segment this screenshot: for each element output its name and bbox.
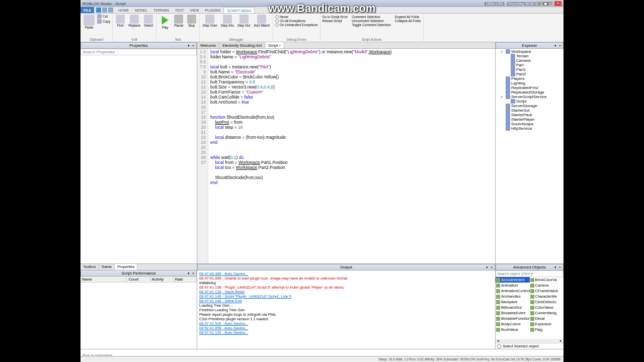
expand-folds-button[interactable]: Expand All Folds [395,15,421,19]
doc-tab[interactable]: Welcome [197,42,219,48]
step-out-button[interactable]: Step Out [236,14,252,28]
scroll-left[interactable]: ◂ [496,339,501,343]
stop-button[interactable]: Stop [186,14,197,28]
adv-footer[interactable]: Select inserted object [496,343,564,349]
tree-node[interactable]: Terrain [496,54,563,58]
adv-item[interactable]: BindableEvent [496,310,530,316]
close-icon[interactable]: × [279,42,281,49]
pin-icon[interactable]: ▾ [187,44,191,48]
play-button[interactable]: Play [158,14,172,30]
copy-button[interactable]: Copy [97,19,110,24]
paste-button[interactable]: Paste [83,14,96,30]
tab-home[interactable]: HOME [115,7,132,13]
adv-item[interactable]: BillboardGui [496,305,530,310]
output-body[interactable]: 06:47:40.388 - Auto-Saving...06:47:41.00… [197,270,495,349]
step-into-button[interactable]: Step Into [220,14,235,28]
code-body[interactable]: local folder = Workspace:FindFirstChild(… [208,49,495,263]
all-exceptions-radio[interactable]: On All Exceptions [275,19,318,23]
cut-button[interactable]: Cut [97,14,110,19]
tab-script-menu[interactable]: SCRIPT MENU [223,7,255,13]
reload-script-button[interactable]: Reload Script [323,19,348,23]
pause-button[interactable]: Pause [173,14,184,28]
adv-item[interactable]: Camera [530,283,564,288]
pin-icon[interactable]: ▾ [553,44,557,48]
adv-search[interactable] [496,270,564,277]
adv-item[interactable]: AnimationController [496,288,530,294]
tree-node[interactable]: StarterPack [496,113,563,117]
adv-item[interactable]: BindableFunction [496,316,530,321]
redo-icon[interactable] [108,8,113,13]
bottom-tab[interactable]: Game [99,264,115,270]
adv-item[interactable]: ColorValue [530,305,564,310]
tab-view[interactable]: VIEW [187,7,202,13]
adv-item[interactable]: ArcHandles [496,294,530,299]
adv-item[interactable]: CFrameValue [530,288,564,294]
doc-tab[interactable]: Script× [265,42,284,48]
tab-test[interactable]: TEST [172,7,187,13]
collapse-folds-button[interactable]: Collapse All Folds [395,19,421,23]
explorer-tree[interactable]: ▾WorkspaceTerrainCameraPartPart1Part2Pla… [496,49,564,263]
tree-node[interactable]: Players [496,76,563,81]
find-button[interactable]: Find [115,14,126,28]
close-button[interactable]: × [554,1,561,6]
adv-item[interactable]: ClickDetecto [530,299,564,305]
perf-col[interactable]: Name [80,277,127,282]
tree-node[interactable]: Script [496,99,563,104]
perf-col[interactable]: Rate [174,277,197,282]
perf-col[interactable]: Count [127,277,150,282]
never-radio[interactable]: Never [275,15,318,19]
tree-node[interactable]: ▾ServerScriptService [496,95,563,99]
select-inserted-check[interactable] [497,344,501,348]
tree-node[interactable]: StarterGui [496,108,563,113]
tree-node[interactable]: StarterPlayer [496,117,563,122]
comment-button[interactable]: Comment Selection [352,15,391,19]
adv-item[interactable]: BrickColorVa [530,277,564,283]
step-over-button[interactable]: Step Over [202,14,218,28]
add-watch-button[interactable]: Add Watch [253,14,271,28]
tree-node[interactable]: Lighting [496,81,563,85]
tree-node[interactable]: Camera [496,58,563,63]
perf-col[interactable]: Activity [150,277,174,282]
adv-item[interactable]: Explosion [530,321,564,327]
tab-terrain[interactable]: TERRAIN [150,7,172,13]
adv-item[interactable]: Decal [530,316,564,321]
command-bar[interactable] [80,349,564,356]
bottom-tab[interactable]: Properties [115,264,137,270]
maximize-button[interactable]: ▢ [546,1,553,6]
adv-item[interactable]: Flag [530,327,564,332]
close-icon[interactable]: × [558,44,562,48]
adv-item[interactable]: BodyColors [496,321,530,327]
tree-node[interactable]: ReplicatedFirst [496,85,563,90]
tree-node[interactable]: Part1 [496,67,563,72]
doc-tab[interactable]: Electricity Shooting.rbxl [219,42,265,48]
tab-model[interactable]: MODEL [132,7,150,13]
undo-icon[interactable] [102,8,107,13]
code-editor[interactable]: 1 2 3 4 5 6 7 8 9 10 11 12 13 14 15 16 1… [197,49,495,263]
adv-item[interactable]: CharacterMe [530,294,564,299]
save-icon[interactable] [96,8,101,13]
bottom-tab[interactable]: Toolbox [80,264,99,270]
select-button[interactable]: Select [143,14,154,28]
tree-node[interactable]: HttpService [496,126,563,131]
scroll-right[interactable]: ▸ [558,339,564,343]
tree-node[interactable]: Soundscape [496,122,563,126]
tree-node[interactable]: Part [496,63,563,67]
tab-plugins[interactable]: PLUGINS [202,7,224,13]
tree-node[interactable]: Part2 [496,72,563,76]
tab-file[interactable]: FILE [80,7,94,13]
unhandled-radio[interactable]: On Unhandled Exceptions [275,23,318,27]
close-icon[interactable]: × [191,44,195,48]
adv-item[interactable]: Backpack [496,299,530,305]
uncomment-button[interactable]: Uncomment Selection [352,19,391,23]
adv-item[interactable]: Animation [496,283,530,288]
goto-error-button[interactable]: Go to Script Error [323,15,348,19]
tree-node[interactable]: ServerStorage [496,104,563,108]
tree-node[interactable]: ▾Workspace [496,49,563,54]
tree-node[interactable]: ReplicatedStorage [496,90,563,95]
adv-item[interactable]: Accoutrement [496,277,530,283]
adv-item[interactable]: BoolValue [496,327,530,332]
properties-search[interactable] [80,49,197,55]
replace-button[interactable]: Replace [127,14,141,28]
minimize-button[interactable]: — [538,1,545,6]
toggle-comment-button[interactable]: Toggle Comment Selection [352,23,391,27]
